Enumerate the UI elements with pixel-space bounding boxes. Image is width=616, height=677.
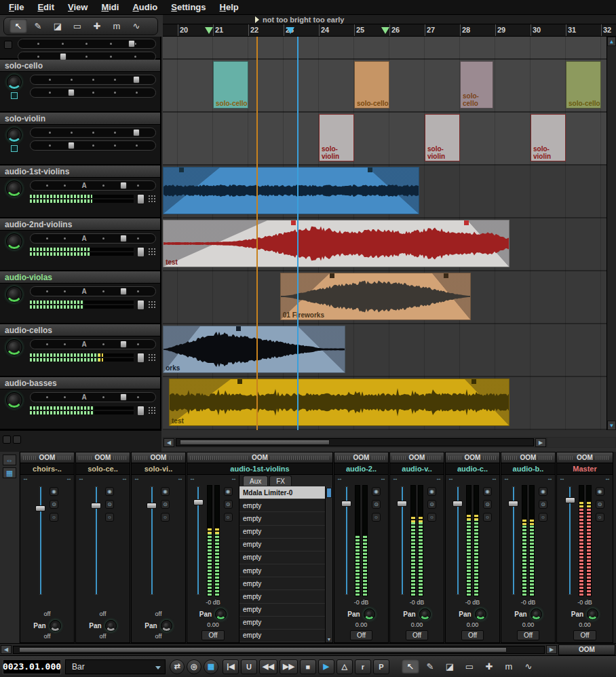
strip-solo-button[interactable]: ⊙: [539, 500, 547, 509]
automation-mode-button[interactable]: Off: [201, 630, 224, 640]
track-slider[interactable]: A: [30, 233, 156, 244]
strip-solo-button[interactable]: ⊙: [596, 500, 604, 509]
meter-fader-handle[interactable]: [137, 247, 145, 257]
arrange-horizontal-scrollbar[interactable]: ◀ ▶: [163, 437, 616, 448]
strip-solo-button[interactable]: ⊙: [50, 500, 58, 509]
clip-solo-cello[interactable]: solo-cello: [566, 61, 601, 109]
volume-fader[interactable]: [397, 485, 407, 596]
routing-grid-icon[interactable]: [148, 248, 156, 256]
scroll-right-button[interactable]: ▶: [546, 645, 557, 654]
pan-knob[interactable]: [531, 608, 542, 620]
transport-tool-glue[interactable]: ✚: [480, 659, 498, 674]
strip-titlebar[interactable]: OOM: [557, 452, 613, 463]
fx-slot[interactable]: empty: [239, 499, 325, 512]
volume-fader[interactable]: [341, 485, 351, 596]
clip-handle[interactable]: [471, 379, 476, 384]
track-header[interactable]: solo-cello: [0, 60, 160, 72]
track-row-audio-cellos[interactable]: audio-cellosA: [0, 324, 160, 377]
toolbox-tool-pointer[interactable]: ↖: [9, 19, 27, 33]
scroll-thumb[interactable]: [180, 440, 330, 445]
pan-knob[interactable]: [364, 608, 375, 620]
fx-slot[interactable]: empty: [239, 539, 325, 552]
clip-handle[interactable]: [330, 273, 334, 278]
volume-fader[interactable]: [508, 485, 518, 596]
clip-solo-cello[interactable]: solo-cello: [354, 61, 389, 109]
transport-punch-button[interactable]: U: [241, 659, 257, 674]
clip-solo-cello[interactable]: solo-cello: [460, 61, 493, 109]
slider-handle[interactable]: [68, 142, 75, 149]
transport-tool-pointer[interactable]: ↖: [402, 659, 419, 674]
volume-fader[interactable]: [91, 485, 101, 596]
volume-fader[interactable]: [453, 485, 463, 596]
track-header[interactable]: audio-violas: [0, 271, 160, 284]
clip-handle[interactable]: [464, 220, 469, 225]
clip-audio-part[interactable]: [163, 167, 419, 214]
pan-knob[interactable]: [50, 620, 61, 632]
transport-tool-line[interactable]: ∿: [520, 659, 537, 674]
track-slider[interactable]: [30, 88, 156, 98]
transport-tool-mute[interactable]: m: [500, 659, 518, 674]
fx-slot[interactable]: empty: [239, 617, 325, 630]
strip-solo-button[interactable]: ⊙: [161, 500, 170, 509]
toolbox-tool-part[interactable]: ▭: [69, 19, 86, 33]
strip-solo-button[interactable]: ⊙: [483, 500, 492, 509]
track-header[interactable]: audio-basses: [0, 377, 160, 389]
routing-grid-icon[interactable]: [148, 406, 156, 414]
fader-handle[interactable]: [91, 503, 101, 509]
timeline-marker[interactable]: [381, 27, 389, 34]
slider-handle[interactable]: [120, 182, 127, 189]
pan-knob[interactable]: [419, 608, 431, 620]
track-slider[interactable]: A: [30, 286, 156, 296]
automation-mode-button[interactable]: Off: [461, 630, 484, 640]
strip-phones-button[interactable]: ◉: [596, 487, 604, 496]
timeline-marker[interactable]: [286, 27, 294, 34]
strip-titlebar[interactable]: OOM: [390, 452, 444, 463]
meter-fader-handle[interactable]: [137, 353, 145, 363]
arrange-vertical-scrollbar[interactable]: ▲ ▼: [607, 37, 616, 430]
fx-slot[interactable]: empty: [239, 552, 325, 564]
track-slider[interactable]: [18, 39, 156, 49]
clip-solo-cello[interactable]: solo-cello: [213, 61, 248, 109]
pan-knob[interactable]: [215, 608, 227, 620]
volume-fader[interactable]: [193, 485, 204, 596]
pan-knob[interactable]: [475, 608, 486, 620]
strip-power-button[interactable]: ○: [105, 513, 114, 522]
track-slider[interactable]: A: [30, 392, 156, 402]
clip-solo-violin[interactable]: solo-violin: [531, 114, 566, 161]
transport-skipstart-button[interactable]: |◀: [223, 659, 239, 674]
strip-solo-button[interactable]: ⊙: [427, 500, 436, 509]
strip-phones-button[interactable]: ◉: [224, 487, 233, 496]
slider-handle[interactable]: [128, 40, 135, 47]
strip-titlebar[interactable]: OOM: [446, 452, 499, 463]
scroll-track[interactable]: [607, 46, 616, 421]
menu-help[interactable]: Help: [214, 1, 245, 14]
track-volume-knob[interactable]: [6, 233, 22, 250]
track-volume-knob[interactable]: [6, 392, 22, 408]
toolbox-tool-mute[interactable]: m: [108, 19, 126, 33]
routing-grid-icon[interactable]: [148, 195, 156, 203]
mixer-routing-button[interactable]: ▦: [3, 467, 16, 478]
fx-slot[interactable]: empty: [239, 630, 325, 642]
corner-button[interactable]: [13, 436, 21, 444]
strip-power-button[interactable]: ○: [372, 513, 381, 522]
track-row-audio-violas[interactable]: audio-violasA: [0, 271, 160, 324]
meter-fader-handle[interactable]: [137, 406, 145, 416]
transport-tool-eraser[interactable]: ◪: [441, 659, 459, 674]
transport-recp-button[interactable]: P: [373, 659, 389, 674]
transport-recr-button[interactable]: r: [355, 659, 371, 674]
strip-power-button[interactable]: ○: [539, 513, 547, 522]
strip-power-button[interactable]: ○: [596, 513, 604, 522]
fx-slot[interactable]: empty: [239, 577, 325, 590]
pan-knob[interactable]: [161, 620, 172, 632]
transport-pianoroll-button[interactable]: ▦: [204, 659, 218, 674]
scroll-track[interactable]: [176, 438, 534, 446]
strip-titlebar[interactable]: OOM: [132, 452, 185, 463]
transport-loop-button[interactable]: ⇄: [170, 659, 185, 674]
strip-titlebar[interactable]: OOM: [187, 452, 332, 463]
routing-grid-icon[interactable]: [148, 301, 156, 309]
menu-edit[interactable]: Edit: [31, 1, 60, 14]
corner-button[interactable]: [3, 436, 11, 444]
fader-handle[interactable]: [147, 503, 157, 509]
strip-phones-button[interactable]: ◉: [427, 487, 436, 496]
menu-view[interactable]: View: [62, 1, 94, 14]
